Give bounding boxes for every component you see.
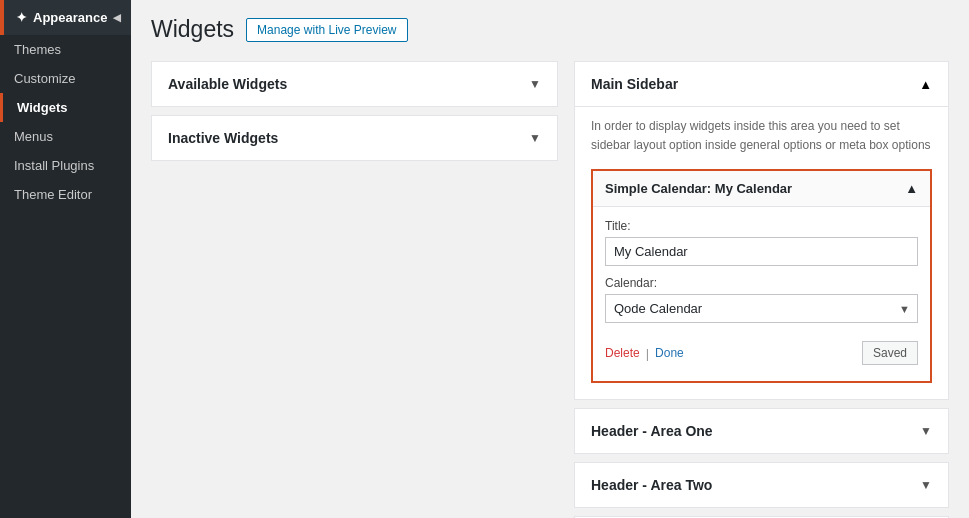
- appearance-label: Appearance: [33, 10, 107, 25]
- widget-header-label: Simple Calendar: My Calendar: [605, 181, 792, 196]
- calendar-select[interactable]: Qode Calendar: [605, 294, 918, 323]
- main-sidebar-header[interactable]: Main Sidebar ▲: [575, 62, 948, 107]
- appearance-icon: ✦: [16, 10, 27, 25]
- sidebar-appearance-section[interactable]: ✦ Appearance ◀: [0, 0, 131, 35]
- main-sidebar-chevron-up: ▲: [919, 77, 932, 92]
- title-input[interactable]: [605, 237, 918, 266]
- main-sidebar-title: Main Sidebar: [591, 76, 678, 92]
- inactive-widgets-chevron: ▼: [529, 131, 541, 145]
- right-column: Main Sidebar ▲ In order to display widge…: [574, 61, 949, 518]
- sidebar-item-customize[interactable]: Customize: [0, 64, 131, 93]
- content-grid: Available Widgets ▼ Inactive Widgets ▼ M…: [151, 61, 949, 518]
- inactive-widgets-label: Inactive Widgets: [168, 130, 278, 146]
- available-widgets-row[interactable]: Available Widgets ▼: [151, 61, 558, 107]
- available-widgets-chevron: ▼: [529, 77, 541, 91]
- main-sidebar-panel: Main Sidebar ▲ In order to display widge…: [574, 61, 949, 400]
- sidebar-nav: ThemesCustomizeWidgetsMenusInstall Plugi…: [0, 35, 131, 209]
- main-content: Widgets Manage with Live Preview Availab…: [131, 0, 969, 518]
- live-preview-button[interactable]: Manage with Live Preview: [246, 18, 407, 42]
- calendar-select-wrap: Qode Calendar ▼: [605, 294, 918, 323]
- saved-button: Saved: [862, 341, 918, 365]
- header-area-one-row[interactable]: Header - Area One ▼: [574, 408, 949, 454]
- inactive-widgets-row[interactable]: Inactive Widgets ▼: [151, 115, 558, 161]
- main-sidebar-description: In order to display widgets inside this …: [575, 107, 948, 169]
- sidebar-item-theme-editor[interactable]: Theme Editor: [0, 180, 131, 209]
- header-area-one-chevron: ▼: [920, 424, 932, 438]
- header-area-two-label: Header - Area Two: [591, 477, 712, 493]
- page-header: Widgets Manage with Live Preview: [151, 16, 949, 43]
- sidebar-item-themes[interactable]: Themes: [0, 35, 131, 64]
- sidebar: ✦ Appearance ◀ ThemesCustomizeWidgetsMen…: [0, 0, 131, 518]
- header-area-two-row[interactable]: Header - Area Two ▼: [574, 462, 949, 508]
- header-area-two-chevron: ▼: [920, 478, 932, 492]
- simple-calendar-widget: Simple Calendar: My Calendar ▲ Title: Ca…: [591, 169, 932, 383]
- delete-link[interactable]: Delete: [605, 346, 640, 360]
- sidebar-item-menus[interactable]: Menus: [0, 122, 131, 151]
- sidebar-item-install-plugins[interactable]: Install Plugins: [0, 151, 131, 180]
- widget-header-chevron: ▲: [905, 181, 918, 196]
- done-link[interactable]: Done: [655, 346, 684, 360]
- available-widgets-label: Available Widgets: [168, 76, 287, 92]
- sidebar-section-arrow: ◀: [113, 12, 121, 23]
- footer-separator: |: [646, 346, 649, 361]
- page-title: Widgets: [151, 16, 234, 43]
- widget-card-body: Title: Calendar: Qode Calendar ▼ Delete …: [593, 207, 930, 381]
- left-column: Available Widgets ▼ Inactive Widgets ▼: [151, 61, 558, 169]
- widget-card-footer: Delete | Done Saved: [605, 335, 918, 369]
- widget-card-header[interactable]: Simple Calendar: My Calendar ▲: [593, 171, 930, 207]
- header-area-one-label: Header - Area One: [591, 423, 713, 439]
- sidebar-item-widgets[interactable]: Widgets: [0, 93, 131, 122]
- calendar-field-label: Calendar:: [605, 276, 918, 290]
- title-field-label: Title:: [605, 219, 918, 233]
